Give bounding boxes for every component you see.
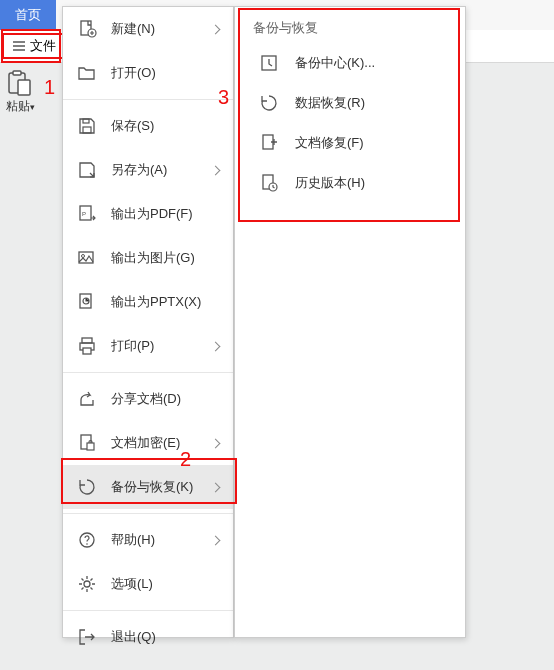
chevron-right-icon xyxy=(211,438,221,448)
menu-separator xyxy=(63,513,233,514)
menu-options-label: 选项(L) xyxy=(111,575,223,593)
svg-rect-6 xyxy=(83,127,91,133)
menu-separator xyxy=(63,99,233,100)
svg-rect-17 xyxy=(87,443,94,450)
encrypt-icon xyxy=(77,433,97,453)
data-recover-icon xyxy=(259,93,279,113)
file-menu-button[interactable]: 文件 xyxy=(2,33,66,59)
gear-icon xyxy=(77,574,97,594)
svg-point-20 xyxy=(84,581,90,587)
menu-saveas[interactable]: 另存为(A) xyxy=(63,148,233,192)
menu-encrypt[interactable]: 文档加密(E) xyxy=(63,421,233,465)
menu-share[interactable]: 分享文档(D) xyxy=(63,377,233,421)
hamburger-icon xyxy=(12,39,26,53)
chevron-right-icon xyxy=(211,24,221,34)
menu-separator xyxy=(63,372,233,373)
menu-export-pptx-label: 输出为PPTX(X) xyxy=(111,293,223,311)
file-dropdown-menu: 新建(N) 打开(O) 保存(S) 另存为(A) P 输出为PDF(F) 输出为… xyxy=(62,6,234,638)
submenu-history[interactable]: 历史版本(H) xyxy=(235,163,465,203)
menu-new[interactable]: 新建(N) xyxy=(63,7,233,51)
submenu-backup-center-label: 备份中心(K)... xyxy=(295,54,375,72)
annotation-number-1: 1 xyxy=(44,76,55,99)
export-image-icon xyxy=(77,248,97,268)
chevron-right-icon xyxy=(211,482,221,492)
print-icon xyxy=(77,336,97,356)
save-icon xyxy=(77,116,97,136)
menu-help[interactable]: 帮助(H) xyxy=(63,518,233,562)
backup-submenu: 备份与恢复 备份中心(K)... 数据恢复(R) 文档修复(F) 历史版本(H) xyxy=(234,6,466,638)
submenu-history-label: 历史版本(H) xyxy=(295,174,365,192)
menu-save[interactable]: 保存(S) xyxy=(63,104,233,148)
file-menu-label: 文件 xyxy=(30,37,56,55)
menu-export-pdf-label: 输出为PDF(F) xyxy=(111,205,223,223)
saveas-icon xyxy=(77,160,97,180)
submenu-title: 备份与恢复 xyxy=(235,7,465,43)
svg-rect-5 xyxy=(83,119,89,123)
exit-icon xyxy=(77,627,97,647)
history-icon xyxy=(259,173,279,193)
help-icon xyxy=(77,530,97,550)
tab-home-label: 首页 xyxy=(15,6,41,24)
svg-point-10 xyxy=(82,255,85,258)
svg-rect-1 xyxy=(13,71,21,75)
menu-saveas-label: 另存为(A) xyxy=(111,161,212,179)
menu-separator xyxy=(63,610,233,611)
tab-home[interactable]: 首页 xyxy=(0,0,56,30)
menu-save-label: 保存(S) xyxy=(111,117,223,135)
folder-open-icon xyxy=(77,63,97,83)
paste-label: 粘贴▾ xyxy=(6,98,35,115)
annotation-number-3: 3 xyxy=(218,86,229,109)
clipboard-icon xyxy=(4,70,36,98)
menu-export-image-label: 输出为图片(G) xyxy=(111,249,223,267)
menu-exit-label: 退出(Q) xyxy=(111,628,223,646)
svg-rect-13 xyxy=(82,338,92,343)
submenu-doc-repair[interactable]: 文档修复(F) xyxy=(235,123,465,163)
menu-new-label: 新建(N) xyxy=(111,20,212,38)
chevron-right-icon xyxy=(211,535,221,545)
menu-open[interactable]: 打开(O) xyxy=(63,51,233,95)
export-pdf-icon: P xyxy=(77,204,97,224)
submenu-backup-center[interactable]: 备份中心(K)... xyxy=(235,43,465,83)
backup-center-icon xyxy=(259,53,279,73)
submenu-data-recover-label: 数据恢复(R) xyxy=(295,94,365,112)
new-file-icon xyxy=(77,19,97,39)
menu-options[interactable]: 选项(L) xyxy=(63,562,233,606)
svg-rect-2 xyxy=(18,80,30,95)
svg-text:P: P xyxy=(82,211,86,217)
doc-repair-icon xyxy=(259,133,279,153)
svg-rect-15 xyxy=(83,348,91,354)
menu-exit[interactable]: 退出(Q) xyxy=(63,615,233,659)
svg-point-19 xyxy=(86,543,88,545)
menu-encrypt-label: 文档加密(E) xyxy=(111,434,212,452)
chevron-right-icon xyxy=(211,341,221,351)
share-icon xyxy=(77,389,97,409)
menu-help-label: 帮助(H) xyxy=(111,531,212,549)
menu-export-image[interactable]: 输出为图片(G) xyxy=(63,236,233,280)
menu-open-label: 打开(O) xyxy=(111,64,223,82)
menu-print[interactable]: 打印(P) xyxy=(63,324,233,368)
chevron-right-icon xyxy=(211,165,221,175)
annotation-number-2: 2 xyxy=(180,448,191,471)
submenu-doc-repair-label: 文档修复(F) xyxy=(295,134,364,152)
menu-print-label: 打印(P) xyxy=(111,337,212,355)
paste-button[interactable]: 粘贴▾ xyxy=(4,70,36,115)
menu-backup-restore[interactable]: 备份与恢复(K) xyxy=(63,465,233,509)
menu-backup-label: 备份与恢复(K) xyxy=(111,478,212,496)
menu-export-pdf[interactable]: P 输出为PDF(F) xyxy=(63,192,233,236)
export-pptx-icon xyxy=(77,292,97,312)
submenu-data-recover[interactable]: 数据恢复(R) xyxy=(235,83,465,123)
backup-restore-icon xyxy=(77,477,97,497)
menu-export-pptx[interactable]: 输出为PPTX(X) xyxy=(63,280,233,324)
menu-share-label: 分享文档(D) xyxy=(111,390,223,408)
